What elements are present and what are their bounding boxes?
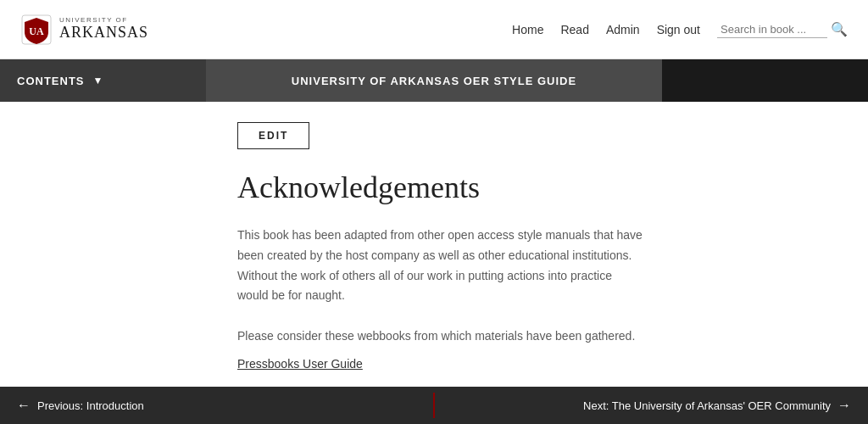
logo-arkansas: ARKANSAS bbox=[59, 25, 148, 42]
search-area: 🔍 bbox=[717, 21, 848, 38]
header: UA UNIVERSITY OF ARKANSAS Home Read Admi… bbox=[0, 0, 868, 59]
page-title: Acknowledgements bbox=[237, 170, 480, 205]
ua-logo-icon: UA bbox=[20, 14, 53, 46]
paragraph-2: Please consider these webbooks from whic… bbox=[237, 326, 635, 347]
next-arrow-icon: → bbox=[837, 398, 851, 413]
prev-label: Previous: Introduction bbox=[37, 399, 144, 412]
logo-area: UA UNIVERSITY OF ARKANSAS bbox=[20, 14, 148, 46]
edit-button[interactable]: EDIT bbox=[237, 122, 309, 149]
search-icon[interactable]: 🔍 bbox=[831, 21, 848, 37]
next-label: Next: The University of Arkansas' OER Co… bbox=[583, 399, 831, 412]
next-nav[interactable]: Next: The University of Arkansas' OER Co… bbox=[435, 398, 868, 413]
nav-read[interactable]: Read bbox=[560, 23, 588, 36]
nav-signout[interactable]: Sign out bbox=[657, 23, 700, 36]
nav-admin[interactable]: Admin bbox=[606, 23, 640, 36]
book-title-bar: UNIVERSITY OF ARKANSAS OER STYLE GUIDE bbox=[206, 59, 662, 102]
svg-text:UA: UA bbox=[29, 25, 44, 37]
contents-toggle[interactable]: CONTENTS ▼ bbox=[0, 59, 206, 102]
pressbooks-link[interactable]: Pressbooks User Guide bbox=[237, 357, 363, 371]
chevron-down-icon: ▼ bbox=[93, 75, 103, 87]
contents-bar: CONTENTS ▼ UNIVERSITY OF ARKANSAS OER ST… bbox=[0, 59, 868, 102]
logo-text: UNIVERSITY OF ARKANSAS bbox=[59, 17, 148, 42]
main-content: EDIT Acknowledgements This book has been… bbox=[0, 102, 868, 387]
contents-label: CONTENTS bbox=[17, 75, 85, 87]
search-input[interactable] bbox=[717, 21, 827, 38]
prev-arrow-icon: ← bbox=[17, 398, 31, 413]
nav-area: Home Read Admin Sign out 🔍 bbox=[512, 21, 848, 38]
nav-home[interactable]: Home bbox=[512, 23, 543, 36]
prev-nav[interactable]: ← Previous: Introduction bbox=[0, 398, 433, 413]
contents-right-panel bbox=[662, 59, 868, 102]
paragraph-1: This book has been adapted from other op… bbox=[237, 226, 644, 306]
book-title: UNIVERSITY OF ARKANSAS OER STYLE GUIDE bbox=[292, 75, 576, 87]
bottom-nav-bar: ← Previous: Introduction Next: The Unive… bbox=[0, 387, 868, 424]
